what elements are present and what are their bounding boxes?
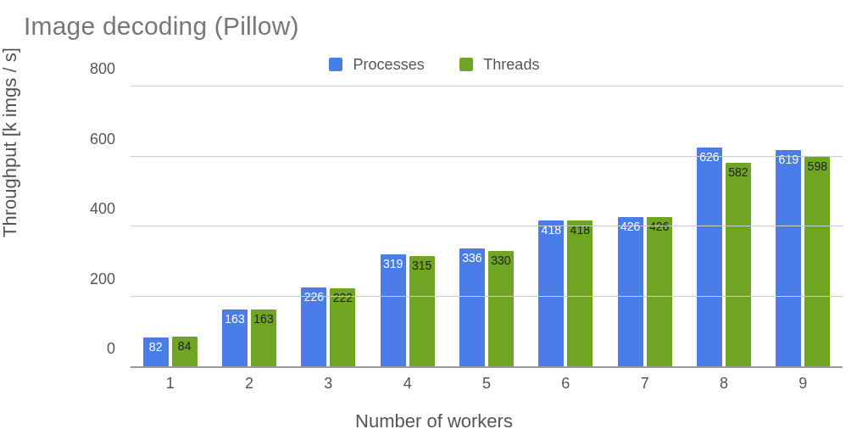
bar-group: 619598 [764,150,843,366]
x-ticks: 123456789 [131,375,843,393]
y-axis-label: Throughput [k imgs / s] [0,47,21,237]
bar-processes: 418 [538,220,564,366]
legend-item-processes: Processes [329,56,425,74]
y-tick: 600 [81,130,115,148]
y-tick: 800 [81,60,115,78]
gridline [131,296,843,297]
bar-threads: 426 [647,217,672,366]
bar-group: 8284 [131,337,209,366]
legend-item-threads: Threads [459,56,540,74]
bar-processes: 619 [776,150,801,366]
bar-threads: 582 [726,163,751,366]
bar-value-label: 336 [462,252,481,264]
x-tick: 5 [447,375,526,393]
bar-value-label: 582 [728,166,748,178]
bar-threads: 222 [330,288,355,366]
bar-threads: 598 [804,157,830,366]
gridline [131,226,843,226]
x-tick: 2 [209,375,288,393]
bar-value-label: 82 [149,341,163,353]
chart-title: Image decoding (Pillow) [24,12,299,41]
bar-group: 426426 [605,217,684,366]
bar-processes: 226 [301,287,326,366]
x-tick: 6 [526,375,605,393]
bar-threads: 315 [409,256,435,366]
legend-label-processes: Processes [353,56,425,73]
bar-value-label: 426 [620,220,640,232]
x-tick: 4 [368,375,447,393]
x-tick: 7 [605,375,684,393]
bar-value-label: 84 [178,340,192,352]
plot-area: 8284163163226222319315336330418418426426… [131,86,843,368]
bar-processes: 336 [459,248,485,366]
bar-value-label: 163 [253,313,273,325]
bar-value-label: 598 [808,160,827,172]
x-tick: 9 [764,375,843,393]
gridline [131,156,843,157]
bar-value-label: 315 [412,259,431,271]
y-tick: 0 [81,340,115,358]
bar-group: 626582 [684,148,763,366]
bar-value-label: 163 [225,313,244,325]
bar-value-label: 626 [699,151,719,163]
legend: Processes Threads [0,56,868,74]
bar-processes: 82 [143,337,169,366]
legend-swatch-threads [459,58,473,71]
bar-threads: 163 [251,309,276,366]
x-tick: 8 [684,375,763,393]
y-tick: 200 [81,270,115,287]
bar-threads: 418 [567,220,593,366]
bar-threads: 330 [488,251,514,366]
bar-value-label: 226 [304,291,324,303]
bar-group: 226222 [289,287,368,366]
x-tick: 1 [131,375,209,393]
chart: Image decoding (Pillow) Processes Thread… [0,0,868,446]
bar-threads: 84 [172,337,198,366]
bar-value-label: 222 [333,292,353,304]
bar-group: 336330 [447,248,526,366]
y-tick: 400 [81,200,115,218]
bar-processes: 319 [381,254,406,366]
legend-swatch-processes [329,58,342,71]
bar-value-label: 330 [491,254,510,266]
bar-processes: 426 [618,217,643,366]
x-tick: 3 [289,375,368,393]
bar-processes: 626 [697,148,722,366]
bars-container: 8284163163226222319315336330418418426426… [131,86,843,366]
bar-processes: 163 [222,309,248,366]
bar-group: 418418 [526,220,605,366]
bar-group: 163163 [209,309,288,366]
x-axis-label: Number of workers [0,410,868,432]
gridline [131,86,843,86]
bar-value-label: 426 [649,220,669,232]
legend-label-threads: Threads [483,56,539,73]
bar-group: 319315 [368,254,447,366]
bar-value-label: 319 [383,258,403,270]
